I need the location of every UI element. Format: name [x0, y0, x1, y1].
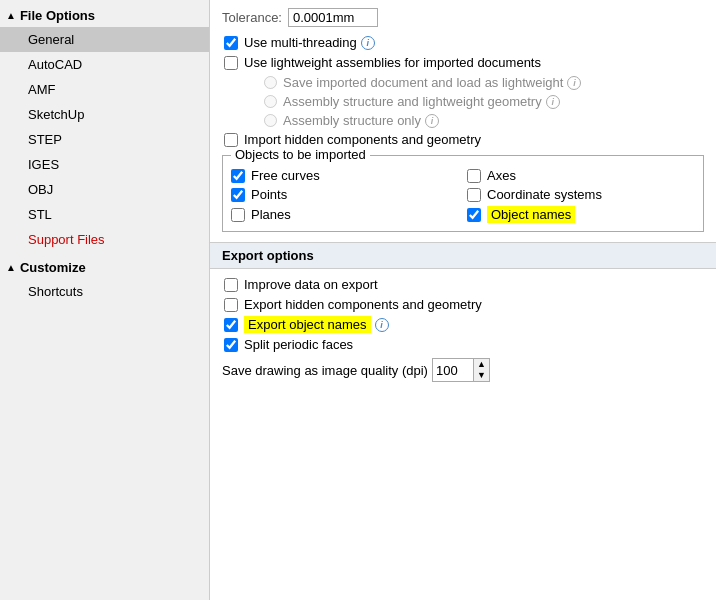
radio-save-lightweight-label: Save imported document and load as light… [283, 75, 563, 90]
dpi-spinner-up[interactable]: ▲ [474, 359, 489, 370]
multi-threading-checkbox[interactable] [224, 36, 238, 50]
sidebar-item-stl[interactable]: STL [0, 202, 209, 227]
sidebar-item-sketchup[interactable]: SketchUp [0, 102, 209, 127]
improve-data-row: Improve data on export [222, 277, 704, 292]
free-curves-label[interactable]: Free curves [251, 168, 320, 183]
objects-group-legend: Objects to be imported [231, 147, 370, 162]
radio-save-lightweight[interactable] [264, 76, 277, 89]
sidebar-section-file-options[interactable]: ▲ File Options [0, 4, 209, 27]
object-names-label[interactable]: Object names [487, 206, 575, 223]
free-curves-checkbox[interactable] [231, 169, 245, 183]
dpi-spinner: ▲ ▼ [473, 359, 489, 381]
export-object-names-row: Export object names i [222, 317, 704, 332]
objects-group-box: Objects to be imported Free curves Axes … [222, 155, 704, 232]
points-checkbox[interactable] [231, 188, 245, 202]
sidebar-item-obj[interactable]: OBJ [0, 177, 209, 202]
customize-arrow: ▲ [6, 262, 16, 273]
export-object-names-label[interactable]: Export object names [244, 317, 371, 332]
radio-assembly-lightweight[interactable] [264, 95, 277, 108]
lightweight-checkbox[interactable] [224, 56, 238, 70]
axes-label[interactable]: Axes [487, 168, 516, 183]
tolerance-label: Tolerance: [222, 10, 282, 25]
radio-assembly-only[interactable] [264, 114, 277, 127]
import-hidden-checkbox[interactable] [224, 133, 238, 147]
improve-data-label[interactable]: Improve data on export [244, 277, 378, 292]
dpi-input[interactable] [433, 362, 473, 379]
object-names-checkbox[interactable] [467, 208, 481, 222]
split-periodic-checkbox[interactable] [224, 338, 238, 352]
points-label[interactable]: Points [251, 187, 287, 202]
multi-threading-row: Use multi-threading i [222, 35, 704, 50]
dpi-input-wrap: ▲ ▼ [432, 358, 490, 382]
radio-assembly-only-label: Assembly structure only [283, 113, 421, 128]
export-object-names-info-icon: i [375, 318, 389, 332]
object-names-cell: Object names [467, 206, 695, 223]
split-periodic-row: Split periodic faces [222, 337, 704, 352]
radio3-info-icon: i [425, 114, 439, 128]
file-options-label: File Options [20, 8, 95, 23]
sidebar-item-shortcuts[interactable]: Shortcuts [0, 279, 209, 304]
dpi-label: Save drawing as image quality (dpi) [222, 363, 428, 378]
radio-row-1: Save imported document and load as light… [222, 75, 704, 90]
sidebar-items-list: GeneralAutoCADAMFSketchUpSTEPIGESOBJSTLS… [0, 27, 209, 252]
objects-grid: Free curves Axes Points Coordinate syste… [231, 168, 695, 223]
planes-checkbox[interactable] [231, 208, 245, 222]
lightweight-label[interactable]: Use lightweight assemblies for imported … [244, 55, 541, 70]
improve-data-checkbox[interactable] [224, 278, 238, 292]
export-object-names-checkbox[interactable] [224, 318, 238, 332]
customize-items-list: Shortcuts [0, 279, 209, 304]
sidebar-item-iges[interactable]: IGES [0, 152, 209, 177]
sidebar-item-support-files[interactable]: Support Files [0, 227, 209, 252]
points-cell: Points [231, 187, 459, 202]
export-hidden-row: Export hidden components and geometry [222, 297, 704, 312]
tolerance-row: Tolerance: [222, 8, 704, 27]
main-content: Tolerance: Use multi-threading i Use lig… [210, 0, 716, 600]
multi-threading-label[interactable]: Use multi-threading [244, 35, 357, 50]
radio-row-3: Assembly structure only i [222, 113, 704, 128]
customize-label: Customize [20, 260, 86, 275]
sidebar: ▲ File Options GeneralAutoCADAMFSketchUp… [0, 0, 210, 600]
import-hidden-row: Import hidden components and geometry [222, 132, 704, 147]
split-periodic-label[interactable]: Split periodic faces [244, 337, 353, 352]
radio1-info-icon: i [567, 76, 581, 90]
radio-row-2: Assembly structure and lightweight geome… [222, 94, 704, 109]
dpi-spinner-down[interactable]: ▼ [474, 370, 489, 381]
export-hidden-label[interactable]: Export hidden components and geometry [244, 297, 482, 312]
planes-cell: Planes [231, 206, 459, 223]
multi-threading-info-icon: i [361, 36, 375, 50]
sidebar-item-autocad[interactable]: AutoCAD [0, 52, 209, 77]
import-hidden-label[interactable]: Import hidden components and geometry [244, 132, 481, 147]
radio-assembly-lightweight-label: Assembly structure and lightweight geome… [283, 94, 542, 109]
free-curves-cell: Free curves [231, 168, 459, 183]
export-options-label: Export options [222, 248, 314, 263]
tolerance-input[interactable] [288, 8, 378, 27]
sidebar-item-step[interactable]: STEP [0, 127, 209, 152]
coord-systems-cell: Coordinate systems [467, 187, 695, 202]
coord-systems-label[interactable]: Coordinate systems [487, 187, 602, 202]
sidebar-item-amf[interactable]: AMF [0, 77, 209, 102]
planes-label[interactable]: Planes [251, 207, 291, 222]
sidebar-section-customize[interactable]: ▲ Customize [0, 256, 209, 279]
radio2-info-icon: i [546, 95, 560, 109]
export-hidden-checkbox[interactable] [224, 298, 238, 312]
coord-systems-checkbox[interactable] [467, 188, 481, 202]
export-object-names-text: Export object names [244, 316, 371, 333]
sidebar-item-general[interactable]: General [0, 27, 209, 52]
file-options-arrow: ▲ [6, 10, 16, 21]
axes-checkbox[interactable] [467, 169, 481, 183]
axes-cell: Axes [467, 168, 695, 183]
lightweight-row: Use lightweight assemblies for imported … [222, 55, 704, 70]
export-options-header: Export options [210, 242, 716, 269]
dpi-row: Save drawing as image quality (dpi) ▲ ▼ [222, 358, 704, 382]
